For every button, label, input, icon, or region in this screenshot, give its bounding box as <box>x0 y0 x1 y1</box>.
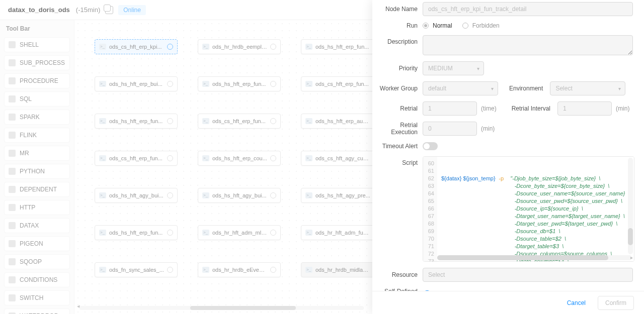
script-code[interactable]: ${datax} ${json_temp} -p "-Djob_byte_siz… <box>437 157 634 261</box>
dag-node[interactable]: ods_hs_hft_erp_fun... <box>198 76 281 91</box>
node-name-input[interactable] <box>423 2 633 16</box>
scrollbar-thumb[interactable] <box>437 255 608 260</box>
label-retrial-execution: Retrial Execution <box>372 122 423 136</box>
tool-pigeon[interactable]: PIGEON <box>4 236 70 251</box>
dag-node[interactable]: ods_cs_hft_erp_fun... <box>198 114 281 129</box>
label-worker-group: Worker Group <box>372 85 423 92</box>
shell-icon <box>202 230 209 236</box>
tool-icon <box>9 77 16 84</box>
shell-icon <box>202 118 209 124</box>
worker-group-select[interactable]: default▾ <box>423 81 498 95</box>
tool-label: SHELL <box>20 41 39 48</box>
retrial-input[interactable] <box>423 101 477 116</box>
dag-node[interactable]: ods_cs_hft_erp_fun... <box>301 76 384 91</box>
shell-icon <box>202 81 209 87</box>
dag-node[interactable]: ods_hr_hrdb_midlan... <box>301 262 384 277</box>
tool-mr[interactable]: MR <box>4 146 70 161</box>
dag-node[interactable]: ods_cs_hft_agy_cus... <box>301 151 384 166</box>
dag-node[interactable]: ods_hr_hrdb_eemplo... <box>198 39 281 54</box>
select-value: MEDIUM <box>428 65 453 72</box>
tool-switch[interactable]: SWITCH <box>4 290 70 305</box>
drawer-footer: Cancel Confirm <box>372 291 644 314</box>
dag-node[interactable]: ods_cs_hft_erp_kpi... <box>95 39 178 54</box>
tool-datax[interactable]: DATAX <box>4 218 70 233</box>
status-icon <box>167 192 173 198</box>
timeout-switch[interactable] <box>423 142 438 150</box>
status-icon <box>270 44 276 50</box>
dag-node[interactable]: ods_fn_sync_sales_... <box>95 262 178 277</box>
tool-icon <box>9 114 16 121</box>
dag-node[interactable]: ods_hs_hft_erp_fun... <box>301 39 384 54</box>
node-label: ods_hs_hft_erp_bui... <box>109 81 164 87</box>
tool-label: PROCEDURE <box>20 77 58 84</box>
dag-node[interactable]: ods_hr_hrdb_eEvent... <box>198 262 281 277</box>
radio-forbidden[interactable] <box>462 23 468 29</box>
tool-sqoop[interactable]: SQOOP <box>4 254 70 269</box>
shell-icon <box>99 118 106 124</box>
dag-node[interactable]: ods_hs_hft_agy_pre... <box>301 188 384 203</box>
confirm-button[interactable]: Confirm <box>598 296 634 310</box>
tool-icon <box>9 59 16 66</box>
tool-http[interactable]: HTTP <box>4 200 70 215</box>
scroll-right-icon[interactable]: ▸ <box>630 255 633 260</box>
resource-select[interactable]: Select <box>423 268 633 282</box>
retrial-execution-input[interactable] <box>423 122 477 136</box>
dag-node[interactable]: ods_hr_hft_adm_fun... <box>301 225 384 240</box>
dag-node[interactable]: ods_hs_hft_erp_fun... <box>95 225 178 240</box>
tool-waterdrop[interactable]: WATERDROP <box>4 308 70 314</box>
copy-icon[interactable] <box>105 6 113 14</box>
tool-subprocess[interactable]: SUB_PROCESS <box>4 55 70 70</box>
canvas-scrollbar[interactable] <box>79 306 364 310</box>
tool-flink[interactable]: FLINK <box>4 128 70 143</box>
retrial-interval-unit: (min) <box>616 105 629 112</box>
dag-node[interactable]: ods_hs_hft_erp_fun... <box>95 114 178 129</box>
tool-python[interactable]: PYTHON <box>4 164 70 179</box>
shell-icon <box>305 230 312 236</box>
chevron-down-icon: ▾ <box>491 86 494 91</box>
status-icon <box>167 81 173 87</box>
tool-label: FLINK <box>20 132 37 139</box>
label-environment: Environment <box>502 85 546 92</box>
priority-select[interactable]: MEDIUM▾ <box>423 61 484 75</box>
tool-conditions[interactable]: CONDITIONS <box>4 272 70 287</box>
description-input[interactable] <box>423 35 633 55</box>
shell-icon <box>99 81 106 87</box>
tool-label: SQOOP <box>20 258 42 265</box>
tool-dependent[interactable]: DEPENDENT <box>4 182 70 197</box>
scrollbar-thumb[interactable] <box>190 306 296 310</box>
tool-label: SWITCH <box>20 294 43 301</box>
tool-icon <box>9 186 16 193</box>
dag-node[interactable]: ods_hs_hft_agy_bui... <box>198 188 281 203</box>
status-icon <box>270 192 276 198</box>
cancel-button[interactable]: Cancel <box>560 296 593 309</box>
node-label: ods_hs_hft_agy_pre... <box>315 192 370 198</box>
script-editor[interactable]: 606162636465666768697071727374 ${datax} … <box>423 156 634 262</box>
tool-shell[interactable]: SHELL <box>4 37 70 52</box>
environment-select[interactable]: Select▾ <box>550 81 625 95</box>
dag-node[interactable]: ods_hs_hft_erp_aud... <box>301 114 384 129</box>
tool-label: HTTP <box>20 204 35 211</box>
tool-procedure[interactable]: PROCEDURE <box>4 73 70 88</box>
code-h-scrollbar[interactable]: ▸ <box>437 255 632 260</box>
node-label: ods_hs_hft_erp_cou... <box>212 155 267 161</box>
workflow-time: (-15min) <box>76 6 100 14</box>
dag-node[interactable]: ods_cs_hft_erp_fun... <box>95 151 178 166</box>
retrial-execution-unit: (min) <box>481 125 495 132</box>
dag-node[interactable]: ods_hs_hft_agy_bui... <box>95 188 178 203</box>
app-root: datax_to_doris_ods (-15min) Online Tool … <box>0 0 644 314</box>
node-label: ods_hs_hft_erp_aud... <box>315 118 370 124</box>
dag-node[interactable]: ods_hs_hft_erp_cou... <box>198 151 281 166</box>
node-label: ods_hs_hft_erp_fun... <box>109 230 164 236</box>
status-icon <box>270 267 276 273</box>
tool-sql[interactable]: SQL <box>4 91 70 107</box>
tool-bar-sidebar: Tool Bar SHELL SUB_PROCESS PROCEDURE SQL… <box>0 20 74 314</box>
radio-normal[interactable] <box>423 23 429 29</box>
dag-node[interactable]: ods_hr_hft_adm_ml_... <box>198 225 281 240</box>
code-v-scrollbar[interactable] <box>628 158 633 254</box>
scrollbar-thumb[interactable] <box>628 228 633 245</box>
node-label: ods_hs_hft_erp_fun... <box>212 81 267 87</box>
retrial-interval-input[interactable] <box>557 101 612 116</box>
dag-node[interactable]: ods_hs_hft_erp_bui... <box>95 76 178 91</box>
tool-spark[interactable]: SPARK <box>4 110 70 125</box>
status-icon <box>167 230 173 236</box>
